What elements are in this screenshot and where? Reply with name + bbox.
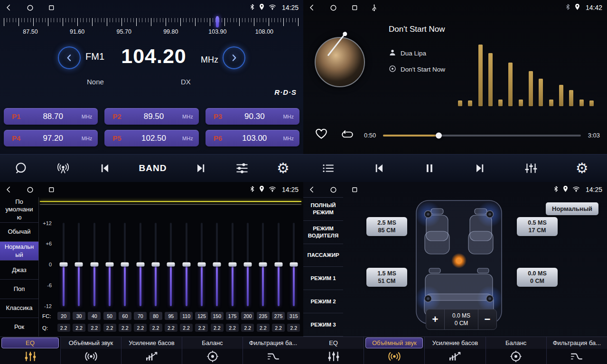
equalizer-button[interactable] <box>524 162 538 175</box>
frequency-ruler[interactable]: 87.50 91.60 95.70 99.80 103.90 108.00 <box>0 17 303 39</box>
fc-value[interactable]: 150 <box>211 312 224 320</box>
slider-handle[interactable] <box>228 263 236 267</box>
eq-band-slider-12[interactable] <box>224 223 240 306</box>
eq-band-slider-2[interactable] <box>71 223 86 306</box>
next-track-button[interactable] <box>473 162 486 175</box>
previous-station-button[interactable] <box>98 162 112 175</box>
decrease-delay-button[interactable]: − <box>478 309 496 329</box>
slider-handle[interactable] <box>106 263 114 267</box>
slider-handle[interactable] <box>182 263 190 267</box>
eq-preset-normal[interactable]: Нормальный <box>0 242 38 261</box>
preset-button-p1[interactable]: P1 88.70 MHz <box>4 108 98 125</box>
q-value[interactable]: 2.2 <box>180 324 193 332</box>
tab-bass-boost[interactable]: Усиление басов <box>424 337 485 364</box>
fc-value[interactable]: 235 <box>257 312 270 320</box>
q-value[interactable]: 2.2 <box>73 324 85 332</box>
home-button[interactable] <box>329 4 337 12</box>
tab-bass-boost[interactable]: Усиление басов <box>121 337 182 364</box>
q-value[interactable]: 2.2 <box>57 324 70 332</box>
q-value[interactable]: 2.2 <box>88 324 101 332</box>
settings-button[interactable]: ⚙ <box>277 161 289 175</box>
previous-track-button[interactable] <box>373 162 386 175</box>
eq-band-slider-4[interactable] <box>102 223 117 306</box>
playlist-button[interactable] <box>322 162 335 174</box>
repeat-button[interactable] <box>340 129 355 142</box>
tab-filter[interactable]: Фильтрация ба... <box>243 337 303 364</box>
eq-band-slider-3[interactable] <box>87 223 102 306</box>
slider-handle[interactable] <box>152 263 160 267</box>
delay-front-left-button[interactable]: 2.5 MS 85 CM <box>366 217 407 236</box>
eq-band-slider-1[interactable] <box>56 223 71 306</box>
audio-settings-button[interactable] <box>235 162 249 175</box>
settings-button[interactable]: ⚙ <box>576 161 588 175</box>
fc-value[interactable]: 95 <box>165 312 177 320</box>
mode-1[interactable]: РЕЖИМ 1 <box>303 267 343 290</box>
recents-button[interactable] <box>47 4 55 11</box>
slider-handle[interactable] <box>197 263 205 267</box>
home-button[interactable] <box>26 186 34 194</box>
mode-full[interactable]: ПОЛНЫЙ РЕЖИМ <box>303 197 343 221</box>
eq-band-slider-11[interactable] <box>209 223 224 306</box>
fc-value[interactable]: 70 <box>134 312 147 320</box>
tab-surround[interactable]: Объёмный звук <box>364 337 424 364</box>
eq-band-slider-7[interactable] <box>148 223 163 306</box>
preset-button-p6[interactable]: P6 103.00 MHz <box>205 130 299 146</box>
slider-handle[interactable] <box>136 263 144 267</box>
recents-button[interactable] <box>351 186 358 193</box>
eq-band-slider-15[interactable] <box>271 223 286 306</box>
mode-passenger[interactable]: ПАССАЖИР <box>303 244 343 267</box>
q-value[interactable]: 2.2 <box>149 324 162 332</box>
slider-handle[interactable] <box>259 263 267 267</box>
eq-band-slider-9[interactable] <box>179 223 194 306</box>
tune-up-button[interactable] <box>223 46 245 69</box>
tab-balance[interactable]: Баланс <box>486 337 546 364</box>
band-button[interactable]: BAND <box>139 163 167 173</box>
eq-band-slider-10[interactable] <box>194 223 209 306</box>
seek-bar[interactable] <box>383 135 581 136</box>
tab-eq[interactable]: EQ <box>0 337 60 364</box>
fc-value[interactable]: 40 <box>88 312 101 320</box>
q-value[interactable]: 2.2 <box>287 324 300 332</box>
fc-value[interactable]: 30 <box>73 312 85 320</box>
fc-value[interactable]: 200 <box>241 312 254 320</box>
q-value[interactable]: 2.2 <box>119 324 131 332</box>
q-value[interactable]: 2.2 <box>211 324 224 332</box>
scan-stations-button[interactable] <box>56 162 71 175</box>
mode-3[interactable]: РЕЖИМ 3 <box>303 313 343 337</box>
profile-button[interactable]: Нормальный <box>546 202 598 215</box>
delay-front-right-button[interactable]: 0.5 MS 17 CM <box>517 217 558 236</box>
fc-value[interactable]: 175 <box>226 312 239 320</box>
increase-delay-button[interactable]: + <box>426 309 444 329</box>
tune-down-button[interactable] <box>58 46 81 69</box>
eq-band-slider-8[interactable] <box>163 223 178 306</box>
recents-button[interactable] <box>351 4 358 11</box>
q-value[interactable]: 2.2 <box>272 324 285 332</box>
tab-filter[interactable]: Фильтрация ба... <box>546 337 607 364</box>
eq-band-slider-5[interactable] <box>117 223 132 306</box>
back-button[interactable] <box>5 3 13 12</box>
q-value[interactable]: 2.2 <box>195 324 208 332</box>
eq-preset-jazz[interactable]: Джаз <box>0 261 38 280</box>
fc-value[interactable]: 315 <box>287 312 300 320</box>
eq-preset-rock[interactable]: Рок <box>0 318 38 337</box>
back-button[interactable] <box>308 185 316 194</box>
slider-handle[interactable] <box>167 263 175 267</box>
preset-button-p3[interactable]: P3 90.30 MHz <box>205 108 299 125</box>
mode-driver[interactable]: РЕЖИМ ВОДИТЕЛЯ <box>303 221 343 244</box>
back-button[interactable] <box>5 185 13 194</box>
recents-button[interactable] <box>47 186 55 193</box>
search-button[interactable] <box>14 161 28 175</box>
eq-band-slider-14[interactable] <box>255 223 271 306</box>
fc-value[interactable]: 275 <box>272 312 285 320</box>
fc-value[interactable]: 80 <box>149 312 162 320</box>
q-value[interactable]: 2.2 <box>134 324 147 332</box>
q-value[interactable]: 2.2 <box>226 324 239 332</box>
eq-preset-pop[interactable]: Поп <box>0 280 38 299</box>
home-button[interactable] <box>26 4 34 12</box>
eq-band-slider-16[interactable] <box>286 223 301 306</box>
slider-handle[interactable] <box>274 263 282 267</box>
eq-band-slider-13[interactable] <box>240 223 255 306</box>
tab-eq[interactable]: EQ <box>303 337 364 364</box>
fc-value[interactable]: 20 <box>57 312 70 320</box>
tab-balance[interactable]: Баланс <box>182 337 243 364</box>
